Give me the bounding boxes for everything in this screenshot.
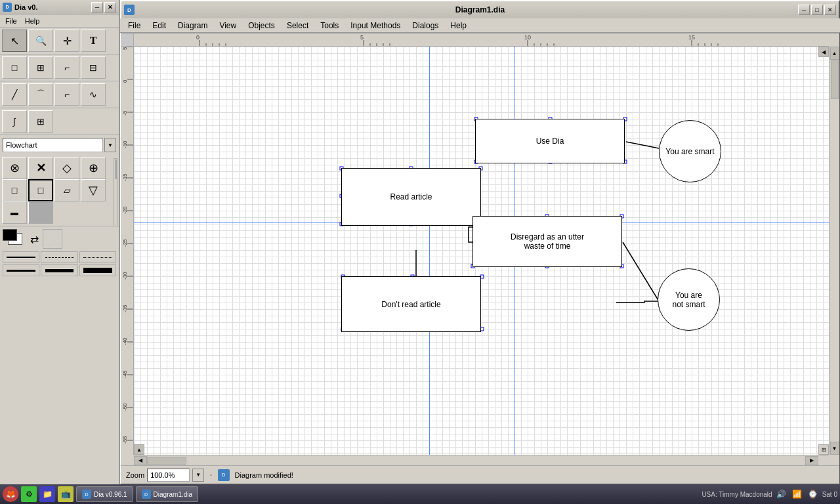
taskbar-dia-app[interactable]: D Dia v0.96.1 [76,486,133,502]
line-style-thick3[interactable] [79,264,116,276]
systray-icon-3[interactable]: ⌚ [807,488,820,501]
line-style-thick1[interactable] [3,264,39,276]
tool-scroll[interactable]: ∫ [2,110,27,133]
taskbar-time: Sat 0 [822,491,837,498]
line-style-solid[interactable] [3,251,39,263]
shape-process[interactable]: ✕ [28,157,53,179]
tool-special[interactable]: ⊞ [28,110,53,133]
menu-help[interactable]: Help [445,20,472,32]
taskbar-app-icon-2[interactable]: ⚙ [21,486,37,502]
taskbar-app-icon-3[interactable]: 📁 [39,486,55,502]
scroll-down-btn[interactable]: ▼ [830,442,839,455]
shape-category-arrow[interactable]: ▼ [104,138,116,152]
menu-view[interactable]: View [214,20,242,32]
palette-close[interactable]: ✕ [104,2,116,12]
menu-dialogs[interactable]: Dialogs [407,20,444,32]
close-button[interactable]: ✕ [824,5,836,15]
palette-title-bar: D Dia v0. ─ ✕ [0,0,119,14]
color-swap[interactable]: ⇄ [30,233,39,245]
tool-row-3: ╱ ⌒ ⌐ ∿ [0,81,119,108]
tool-select[interactable]: ↖ [2,30,27,52]
diagram-canvas[interactable]: Use Dia Read article Disregard as an utt… [134,47,829,455]
you-smart-label: You are smart [665,147,714,156]
shape-category-input[interactable] [3,138,103,152]
systray-icon-2[interactable]: 📶 [791,488,804,501]
tool-arc[interactable]: ⌒ [28,83,53,106]
line-style-dashed[interactable] [41,251,77,263]
shape-box4[interactable]: ▽ [81,179,106,201]
line-style-dotted[interactable] [79,251,116,263]
palette-title: Dia v0. [14,3,37,11]
scroll-top-extra[interactable]: ◀ [818,47,829,57]
you-smart-circle[interactable]: You are smart [659,120,721,182]
shape-selector: ▼ [3,138,116,152]
palette-file-menu[interactable]: File [3,16,20,26]
scrollbar-vertical[interactable]: ▲ ▼ [829,47,839,455]
scroll-right-btn[interactable]: ▶ [805,456,818,465]
palette-scrollbar[interactable] [114,158,117,226]
tool-polygon[interactable]: ⌐ [54,56,79,79]
taskbar-system-info: USA: Timmy Macdonald [702,491,772,498]
zoom-dropdown[interactable]: ▼ [192,469,204,482]
maximize-button[interactable]: □ [811,5,823,15]
shape-terminate[interactable]: ⊗ [2,157,27,179]
scroll-h-thumb[interactable] [147,457,186,465]
tool-row-2: □ ⊞ ⌐ ⊟ [0,54,119,81]
scroll-left-extra[interactable]: ▲ [134,444,144,455]
scroll-expand-btn[interactable]: ⊞ [818,444,829,455]
menu-edit[interactable]: Edit [147,20,171,32]
taskbar-app-icon-4[interactable]: 📺 [58,486,74,502]
menu-select[interactable]: Select [282,20,314,32]
shape-connector[interactable]: ⊕ [81,157,106,179]
tool-polyline[interactable]: ∿ [81,83,106,106]
menu-file[interactable]: File [123,20,146,32]
shape-decision[interactable]: ◇ [54,157,79,179]
scroll-left-btn[interactable]: ◀ [134,456,147,465]
tool-grid-box[interactable]: ⊞ [28,56,53,79]
guide-line-vertical [429,47,430,455]
transparency-swatch[interactable] [43,229,62,249]
menu-diagram[interactable]: Diagram [173,20,213,32]
menu-tools[interactable]: Tools [315,20,344,32]
shape-box2[interactable]: □ [28,179,53,201]
line-style-thick2[interactable] [41,264,77,276]
shape-box1[interactable]: □ [2,179,27,201]
scrollbar-horizontal[interactable]: ◀ ▶ [134,455,829,465]
tool-box[interactable]: □ [2,56,27,79]
taskbar-diagram-file[interactable]: D Diagram1.dia [136,486,198,502]
scroll-v-thumb[interactable] [831,60,839,99]
shape-box3[interactable]: ▱ [54,179,79,201]
zoom-input[interactable] [147,469,190,482]
shape-scroll-bar[interactable] [28,201,53,224]
main-title-bar: D Diagram1.dia ─ □ ✕ [121,1,839,19]
menu-input-methods[interactable]: Input Methods [345,20,406,32]
read-article-box[interactable]: Read article [341,168,481,226]
you-not-smart-circle[interactable]: You are not smart [658,268,720,331]
dont-read-box[interactable]: Don't read article [341,276,481,332]
palette-minimize[interactable]: ─ [91,2,103,12]
palette-icon: D [3,3,12,12]
fg-color-swatch[interactable] [3,229,17,241]
tool-line[interactable]: ╱ [2,83,27,106]
tool-zoom[interactable]: 🔍 [28,30,53,52]
shape-rect1[interactable]: ▬ [2,201,27,224]
tool-row-1: ↖ 🔍 ✛ T [0,28,119,54]
minimize-button[interactable]: ─ [798,5,810,15]
tool-move[interactable]: ✛ [54,30,79,52]
main-menu-bar: File Edit Diagram View Objects Select To… [120,18,840,33]
tool-text[interactable]: T [81,30,106,52]
menu-objects[interactable]: Objects [243,20,280,32]
disregard-box[interactable]: Disregard as an utter waste of time [472,216,622,267]
taskbar-app-icon-1[interactable]: 🦊 [3,486,18,502]
scroll-up-btn[interactable]: ▲ [830,47,839,60]
tool-zigzag[interactable]: ⌐ [54,83,79,106]
systray-icon-1[interactable]: 🔊 [775,488,788,501]
scroll-corner [818,456,829,465]
use-dia-box[interactable]: Use Dia [475,119,625,163]
taskbar-dia-label: Dia v0.96.1 [94,491,127,498]
tool-bezier[interactable]: ⊟ [81,56,106,79]
ruler-vertical [121,47,134,455]
palette-scroll-thumb[interactable] [115,159,117,179]
palette-help-menu[interactable]: Help [22,16,43,26]
taskbar-systray: USA: Timmy Macdonald 🔊 📶 ⌚ Sat 0 [702,488,837,501]
